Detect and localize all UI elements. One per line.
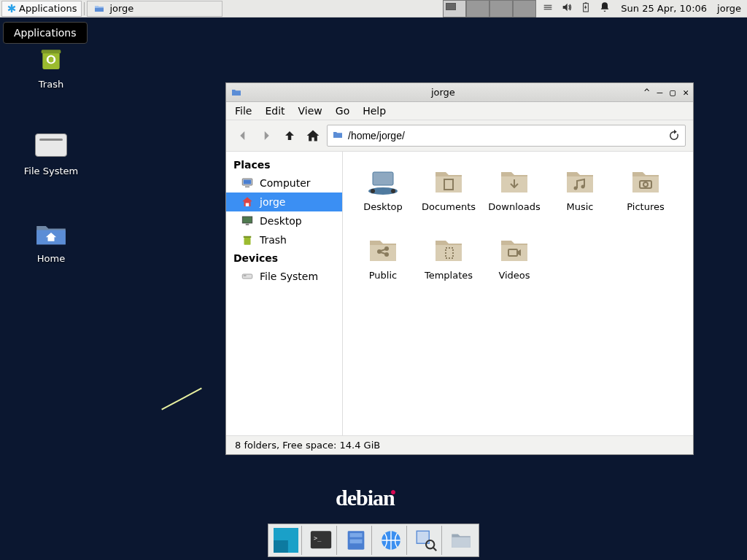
folder-item-label: Public <box>369 270 397 281</box>
nav-up-button[interactable] <box>280 126 299 145</box>
svg-rect-9 <box>349 533 362 537</box>
svg-point-33 <box>377 249 382 254</box>
system-tray <box>536 1 616 15</box>
desktop-icon-trash[interactable]: Trash <box>7 41 95 90</box>
workspace-3[interactable] <box>489 0 513 18</box>
folder-icon <box>332 129 344 143</box>
icon-view[interactable]: Desktop Documents Downloads Music Pictur… <box>343 152 693 435</box>
folder-item-public[interactable]: Public <box>350 232 416 300</box>
user-menu[interactable]: jorge <box>711 3 747 14</box>
window-minimize-button[interactable]: — <box>657 87 663 98</box>
svg-rect-3 <box>42 50 61 53</box>
clock[interactable]: Sun 25 Apr, 10:06 <box>616 3 711 14</box>
dock-show-desktop[interactable] <box>270 526 302 555</box>
window-close-button[interactable]: ✕ <box>683 87 689 98</box>
bottom-dock: >_ <box>268 524 479 557</box>
location-bar[interactable] <box>327 125 686 147</box>
workspace-1[interactable] <box>443 0 466 18</box>
sidebar-item-label: Trash <box>260 234 287 246</box>
menu-file[interactable]: File <box>235 105 252 117</box>
sidebar-item-desktop[interactable]: Desktop <box>226 211 342 230</box>
drive-icon <box>241 270 254 283</box>
folder-item-pictures[interactable]: Pictures <box>613 163 678 232</box>
desktop-icon-trash-label: Trash <box>39 79 63 90</box>
nav-forward-button[interactable] <box>257 126 276 145</box>
desktop-icon-home[interactable]: Home <box>7 215 95 264</box>
folder-item-label: Videos <box>498 270 530 281</box>
statusbar: 8 folders, Free space: 14.4 GiB <box>226 435 693 454</box>
window-titlebar[interactable]: jorge ^ — ▢ ✕ <box>226 83 693 102</box>
svg-rect-23 <box>244 276 247 276</box>
workspace-2[interactable] <box>466 0 489 18</box>
svg-rect-18 <box>242 217 252 223</box>
nav-back-button[interactable] <box>233 126 252 145</box>
battery-icon[interactable] <box>580 1 592 15</box>
volume-icon[interactable] <box>561 1 573 15</box>
dock-folder[interactable] <box>445 526 477 555</box>
window-shade-button[interactable]: ^ <box>644 87 650 98</box>
videos-folder-icon <box>497 232 532 267</box>
sidebar: Places Computer jorge Desktop Trash Devi… <box>226 152 343 435</box>
svg-rect-16 <box>245 187 249 188</box>
refresh-icon[interactable] <box>667 129 681 142</box>
svg-point-29 <box>574 187 578 190</box>
statusbar-text: 8 folders, Free space: 14.4 GiB <box>235 440 380 451</box>
folder-item-label: Documents <box>422 201 476 212</box>
xfce-logo-icon: ✱ <box>7 4 17 14</box>
dock-terminal[interactable]: >_ <box>305 526 337 555</box>
menu-view[interactable]: View <box>298 105 322 117</box>
sidebar-item-trash[interactable]: Trash <box>226 230 342 249</box>
sidebar-devices-header: Devices <box>226 249 342 267</box>
workspace-4[interactable] <box>513 0 536 18</box>
folder-item-music[interactable]: Music <box>547 163 613 232</box>
folder-item-label: Downloads <box>488 201 540 212</box>
notification-bell-icon[interactable] <box>599 1 611 15</box>
network-icon[interactable] <box>542 1 554 15</box>
desktop-icon-home-label: Home <box>37 253 65 264</box>
folder-item-documents[interactable]: Documents <box>416 163 481 232</box>
svg-point-30 <box>581 185 585 189</box>
documents-folder-icon <box>431 163 466 198</box>
decorative-line <box>161 388 202 411</box>
dock-file-manager[interactable] <box>340 526 372 555</box>
applications-menu-button[interactable]: ✱ Applications <box>1 1 82 17</box>
svg-rect-25 <box>373 172 393 185</box>
svg-rect-22 <box>242 274 252 279</box>
taskbar-window-label: jorge <box>109 3 133 14</box>
computer-icon <box>241 176 254 190</box>
sidebar-item-filesystem[interactable]: File System <box>226 267 342 286</box>
svg-point-13 <box>426 540 434 548</box>
drive-icon <box>34 128 69 163</box>
templates-folder-icon <box>431 232 466 267</box>
folder-item-downloads[interactable]: Downloads <box>481 163 547 232</box>
home-folder-icon <box>34 215 69 250</box>
sidebar-item-label: Desktop <box>260 215 302 227</box>
trash-icon <box>34 41 69 76</box>
location-input[interactable] <box>348 130 663 141</box>
debian-logo: debian● <box>336 486 400 510</box>
sidebar-item-computer[interactable]: Computer <box>226 174 342 192</box>
desktop-icon-filesystem[interactable]: File System <box>7 128 95 176</box>
menu-go[interactable]: Go <box>336 105 349 117</box>
sidebar-item-jorge[interactable]: jorge <box>226 192 342 211</box>
workspace-switcher[interactable] <box>443 0 536 18</box>
applications-menu-label: Applications <box>19 3 77 14</box>
menubar: File Edit View Go Help <box>226 102 693 120</box>
sidebar-item-label: File System <box>260 271 318 282</box>
desktop-icon-filesystem-label: File System <box>24 166 78 176</box>
menu-edit[interactable]: Edit <box>265 105 285 117</box>
window-maximize-button[interactable]: ▢ <box>670 87 676 98</box>
taskbar-window-button[interactable]: jorge <box>87 1 222 17</box>
dock-app-finder[interactable] <box>410 526 442 555</box>
folder-icon <box>93 3 105 15</box>
folder-item-templates[interactable]: Templates <box>416 232 481 300</box>
dock-web-browser[interactable] <box>375 526 407 555</box>
nav-home-button[interactable] <box>303 126 322 145</box>
folder-item-desktop[interactable]: Desktop <box>350 163 416 232</box>
svg-point-35 <box>384 252 389 257</box>
file-manager-window: jorge ^ — ▢ ✕ File Edit View Go Help Pla… <box>225 82 694 455</box>
folder-item-label: Pictures <box>627 201 664 212</box>
pictures-folder-icon <box>628 163 663 198</box>
folder-item-videos[interactable]: Videos <box>481 232 547 300</box>
menu-help[interactable]: Help <box>363 105 386 117</box>
